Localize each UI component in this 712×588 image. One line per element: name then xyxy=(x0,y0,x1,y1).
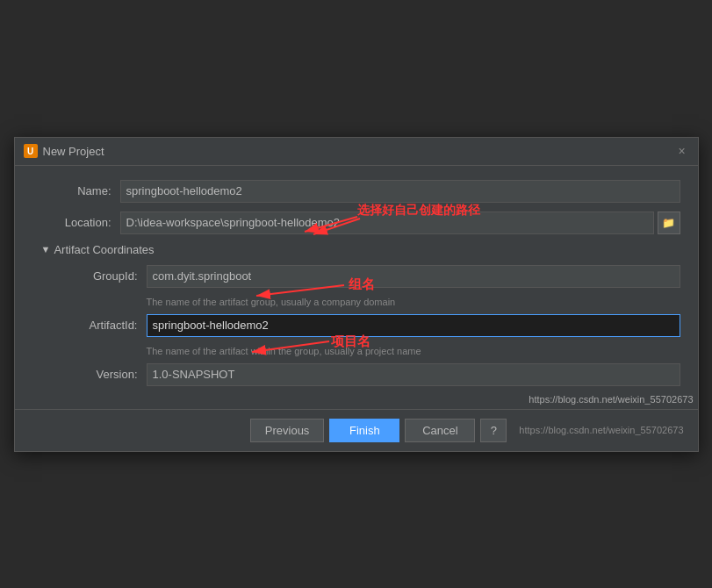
name-row: Name: xyxy=(32,180,680,203)
title-bar-left: U New Project xyxy=(24,144,104,158)
name-label: Name: xyxy=(32,184,120,197)
location-label: Location: xyxy=(32,216,120,229)
location-input-group: 📁 xyxy=(120,212,680,234)
artifact-section-header: ▼ Artifact Coordinates xyxy=(41,243,680,256)
artifactid-row: ArtifactId: xyxy=(59,314,680,337)
new-project-dialog: U New Project × Name: Location: 📁 ▼ Arti… xyxy=(14,137,699,452)
artifactid-input[interactable] xyxy=(147,314,680,337)
version-row: Version: xyxy=(59,363,680,386)
groupid-input[interactable] xyxy=(147,265,680,288)
section-toggle-icon[interactable]: ▼ xyxy=(41,244,51,255)
version-label: Version: xyxy=(59,368,147,381)
artifact-fields: GroupId: The name of the artifact group,… xyxy=(32,265,680,386)
folder-icon: 📁 xyxy=(662,217,675,229)
app-icon: U xyxy=(24,144,38,158)
browse-folder-button[interactable]: 📁 xyxy=(658,212,680,234)
watermark: https://blog.csdn.net/weixin_55702673 xyxy=(529,394,693,405)
groupid-row: GroupId: xyxy=(59,265,680,288)
name-input[interactable] xyxy=(120,180,680,203)
finish-button[interactable]: Finish xyxy=(329,419,399,442)
location-row: Location: 📁 xyxy=(32,212,680,234)
dialog-title: New Project xyxy=(43,145,104,158)
footer-watermark: https://blog.csdn.net/weixin_55702673 xyxy=(519,425,683,435)
dialog-footer: Previous Finish Cancel ? https://blog.cs… xyxy=(15,409,698,451)
groupid-label: GroupId: xyxy=(59,269,147,283)
artifactid-hint: The name of the artifact within the grou… xyxy=(147,346,680,356)
location-input[interactable] xyxy=(120,212,654,234)
artifactid-label: ArtifactId: xyxy=(59,319,147,332)
previous-button[interactable]: Previous xyxy=(250,419,325,442)
cancel-button[interactable]: Cancel xyxy=(405,419,475,442)
close-button[interactable]: × xyxy=(675,144,689,158)
groupid-hint: The name of the artifact group, usually … xyxy=(147,297,680,307)
version-input[interactable] xyxy=(147,363,680,386)
title-bar: U New Project × xyxy=(15,138,698,166)
help-button[interactable]: ? xyxy=(480,419,507,442)
section-title: Artifact Coordinates xyxy=(54,243,154,256)
dialog-content: Name: Location: 📁 ▼ Artifact Coordinates… xyxy=(15,166,698,409)
